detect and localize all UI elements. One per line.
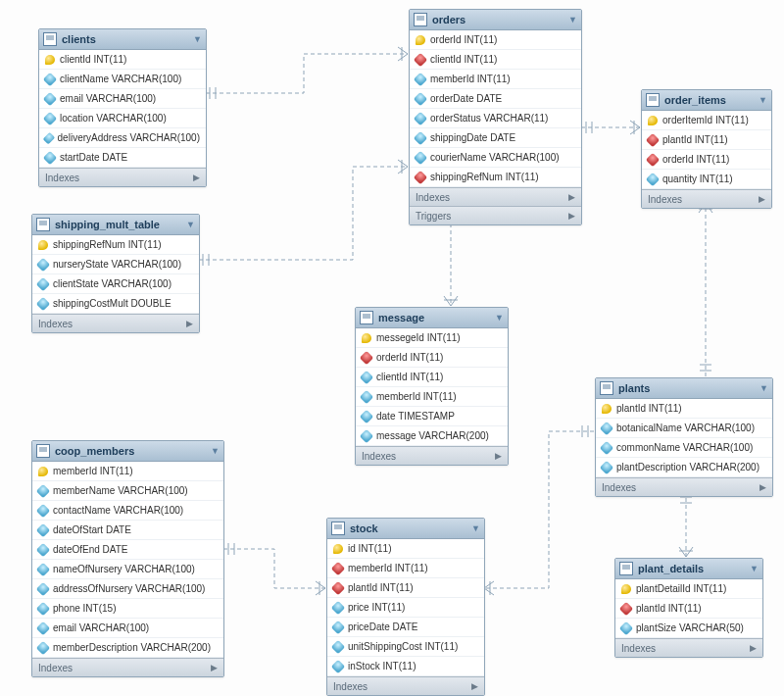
column-row[interactable]: courierName VARCHAR(100): [410, 148, 581, 168]
column-row[interactable]: orderId INT(11): [410, 30, 581, 50]
column-row[interactable]: plantSize VARCHAR(50): [615, 619, 762, 638]
indexes-section[interactable]: Indexes▶: [596, 477, 772, 496]
chevron-right-icon[interactable]: ▶: [471, 681, 478, 691]
chevron-right-icon[interactable]: ▶: [759, 194, 765, 204]
chevron-right-icon[interactable]: ▶: [568, 192, 575, 202]
column-row[interactable]: dateOfStart DATE: [32, 521, 223, 540]
column-row[interactable]: addressOfNursery VARCHAR(100): [32, 579, 223, 599]
indexes-section[interactable]: Indexes▶: [32, 314, 199, 332]
column-row[interactable]: plantId INT(11): [596, 399, 772, 419]
column-row[interactable]: plantDetailId INT(11): [615, 579, 762, 599]
entity-coop_members[interactable]: coop_members▼memberId INT(11)memberName …: [31, 440, 224, 677]
chevron-down-icon[interactable]: ▼: [760, 383, 768, 393]
column-row[interactable]: memberId INT(11): [32, 462, 223, 481]
attribute-icon: [331, 639, 345, 653]
column-row[interactable]: message VARCHAR(200): [356, 426, 508, 446]
column-row[interactable]: botanicalName VARCHAR(100): [596, 419, 772, 438]
column-row[interactable]: clientId INT(11): [39, 50, 206, 70]
column-row[interactable]: plantDescription VARCHAR(200): [596, 458, 772, 477]
column-row[interactable]: shippingCostMult DOUBLE: [32, 294, 199, 314]
column-row[interactable]: clientState VARCHAR(100): [32, 274, 199, 294]
column-row[interactable]: nurseryState VARCHAR(100): [32, 255, 199, 274]
column-row[interactable]: id INT(11): [327, 539, 484, 559]
column-row[interactable]: inStock INT(11): [327, 657, 484, 676]
table-header[interactable]: coop_members▼: [32, 441, 223, 462]
column-row[interactable]: memberId INT(11): [327, 559, 484, 578]
chevron-right-icon[interactable]: ▶: [568, 211, 575, 221]
column-row[interactable]: startDate DATE: [39, 148, 206, 168]
entity-order_items[interactable]: order_items▼orderItemId INT(11)plantId I…: [641, 89, 772, 209]
table-header[interactable]: plants▼: [596, 378, 772, 399]
indexes-section[interactable]: Indexes▶: [32, 658, 223, 676]
triggers-section[interactable]: Triggers▶: [410, 206, 581, 224]
table-header[interactable]: clients▼: [39, 29, 206, 50]
table-header[interactable]: plant_details▼: [615, 559, 762, 579]
column-row[interactable]: orderStatus VARCHAR(11): [410, 109, 581, 128]
column-row[interactable]: memberId INT(11): [356, 387, 508, 407]
indexes-section[interactable]: Indexes▶: [642, 189, 771, 208]
column-row[interactable]: memberId INT(11): [410, 70, 581, 89]
table-header[interactable]: message▼: [356, 308, 508, 328]
column-row[interactable]: price INT(11): [327, 598, 484, 618]
indexes-section[interactable]: Indexes▶: [327, 676, 484, 695]
column-row[interactable]: dateOfEnd DATE: [32, 540, 223, 560]
column-row[interactable]: memberDescription VARCHAR(200): [32, 638, 223, 658]
chevron-right-icon[interactable]: ▶: [760, 482, 766, 492]
chevron-down-icon[interactable]: ▼: [211, 446, 220, 456]
chevron-down-icon[interactable]: ▼: [750, 564, 759, 573]
table-header[interactable]: stock▼: [327, 519, 484, 539]
column-row[interactable]: location VARCHAR(100): [39, 109, 206, 128]
column-row[interactable]: orderItemId INT(11): [642, 111, 771, 130]
chevron-down-icon[interactable]: ▼: [495, 313, 504, 323]
chevron-right-icon[interactable]: ▶: [495, 451, 502, 461]
column-row[interactable]: clientId INT(11): [410, 50, 581, 70]
column-row[interactable]: unitShippingCost INT(11): [327, 637, 484, 657]
entity-orders[interactable]: orders▼orderId INT(11)clientId INT(11)me…: [409, 9, 582, 225]
column-row[interactable]: date TIMESTAMP: [356, 407, 508, 426]
indexes-section[interactable]: Indexes▶: [39, 168, 206, 186]
column-row[interactable]: quantity INT(11): [642, 170, 771, 189]
column-row[interactable]: shippingRefNum INT(11): [32, 235, 199, 255]
chevron-down-icon[interactable]: ▼: [568, 15, 577, 25]
table-header[interactable]: orders▼: [410, 10, 581, 30]
chevron-right-icon[interactable]: ▶: [750, 643, 757, 653]
chevron-right-icon[interactable]: ▶: [193, 173, 200, 182]
column-row[interactable]: phone INT(15): [32, 599, 223, 619]
indexes-section[interactable]: Indexes▶: [615, 638, 762, 657]
chevron-down-icon[interactable]: ▼: [759, 95, 767, 105]
column-row[interactable]: email VARCHAR(100): [39, 89, 206, 109]
entity-message[interactable]: message▼messegeId INT(11)orderId INT(11)…: [355, 307, 509, 466]
column-row[interactable]: plantId INT(11): [615, 599, 762, 619]
column-row[interactable]: priceDate DATE: [327, 618, 484, 637]
column-row[interactable]: plantId INT(11): [642, 130, 771, 150]
column-row[interactable]: memberName VARCHAR(100): [32, 481, 223, 501]
entity-shipping_mult_table[interactable]: shipping_mult_table▼shippingRefNum INT(1…: [31, 214, 200, 333]
chevron-down-icon[interactable]: ▼: [186, 220, 195, 229]
entity-stock[interactable]: stock▼id INT(11)memberId INT(11)plantId …: [326, 518, 485, 696]
column-row[interactable]: plantId INT(11): [327, 578, 484, 598]
chevron-down-icon[interactable]: ▼: [471, 523, 480, 533]
column-row[interactable]: commonName VARCHAR(100): [596, 438, 772, 458]
entity-plant_details[interactable]: plant_details▼plantDetailId INT(11)plant…: [614, 558, 763, 658]
column-row[interactable]: contactName VARCHAR(100): [32, 501, 223, 521]
column-row[interactable]: orderId INT(11): [356, 348, 508, 368]
column-row[interactable]: orderId INT(11): [642, 150, 771, 170]
entity-plants[interactable]: plants▼plantId INT(11)botanicalName VARC…: [595, 377, 773, 497]
column-row[interactable]: nameOfNursery VARCHAR(100): [32, 560, 223, 579]
chevron-right-icon[interactable]: ▶: [211, 663, 218, 672]
column-row[interactable]: clientName VARCHAR(100): [39, 70, 206, 89]
table-header[interactable]: shipping_mult_table▼: [32, 215, 199, 235]
indexes-section[interactable]: Indexes▶: [410, 187, 581, 206]
column-row[interactable]: deliveryAddress VARCHAR(100): [39, 128, 206, 148]
entity-clients[interactable]: clients▼clientId INT(11)clientName VARCH…: [38, 28, 207, 187]
table-header[interactable]: order_items▼: [642, 90, 771, 111]
column-row[interactable]: clientId INT(11): [356, 368, 508, 387]
chevron-right-icon[interactable]: ▶: [186, 319, 193, 328]
column-row[interactable]: messegeId INT(11): [356, 328, 508, 348]
column-row[interactable]: orderDate DATE: [410, 89, 581, 109]
column-row[interactable]: shippingRefNum INT(11): [410, 168, 581, 187]
chevron-down-icon[interactable]: ▼: [193, 34, 202, 44]
column-row[interactable]: shippingDate DATE: [410, 128, 581, 148]
column-row[interactable]: email VARCHAR(100): [32, 619, 223, 638]
indexes-section[interactable]: Indexes▶: [356, 446, 508, 465]
